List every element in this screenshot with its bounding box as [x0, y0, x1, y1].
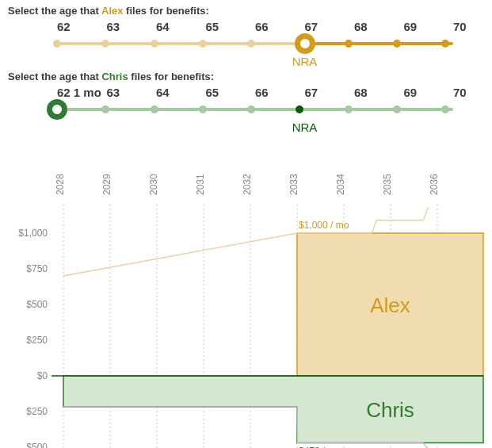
y-label: $0 — [37, 370, 48, 381]
alex-area-label: Alex — [370, 293, 410, 317]
y-label: $500 — [26, 299, 48, 310]
chris-rate-label: $470 / mo — [299, 446, 341, 448]
chris-area — [63, 376, 483, 443]
y-label: $250 — [26, 406, 48, 417]
chart-svg: 202820292030203120322033203420352036$1,0… — [0, 155, 492, 448]
y-label: $500 — [26, 442, 48, 448]
year-label: 2029 — [101, 174, 113, 195]
chris-slider-label: Select the age that Chris files for bene… — [8, 71, 484, 82]
alex-nra-label: NRA — [292, 55, 318, 68]
alex-slider-handle[interactable] — [295, 33, 315, 54]
alex-rate-label: $1,000 / mo — [299, 220, 349, 231]
year-label: 2028 — [55, 174, 66, 195]
year-label: 2031 — [195, 174, 206, 195]
year-label: 2036 — [429, 174, 440, 195]
chris-slider-handle[interactable] — [47, 99, 67, 120]
alex-name: Alex — [101, 5, 123, 17]
year-label: 2035 — [382, 174, 393, 195]
y-label: $750 — [26, 263, 48, 274]
alex-age-slider[interactable]: 626364 656667 686970 NRA — [57, 20, 453, 71]
chris-nra-label: NRA — [292, 121, 318, 134]
y-label: $250 — [26, 335, 48, 346]
year-label: 2032 — [242, 174, 253, 195]
chris-name: Chris — [101, 71, 128, 82]
year-label: 2034 — [335, 174, 346, 195]
chris-area-label: Chris — [366, 398, 414, 422]
chris-tick-labels: 62 1 mo6364 656667 686970 — [57, 86, 453, 99]
alex-tick-labels: 626364 656667 686970 — [57, 20, 453, 33]
y-label: $1,000 — [18, 228, 48, 239]
benefit-chart: 202820292030203120322033203420352036$1,0… — [0, 155, 492, 448]
chris-age-slider[interactable]: 62 1 mo6364 656667 686970 NRA — [57, 86, 453, 136]
year-label: 2033 — [288, 174, 299, 195]
alex-slider-label: Select the age that Alex files for benef… — [8, 5, 484, 17]
year-label: 2030 — [148, 174, 159, 195]
